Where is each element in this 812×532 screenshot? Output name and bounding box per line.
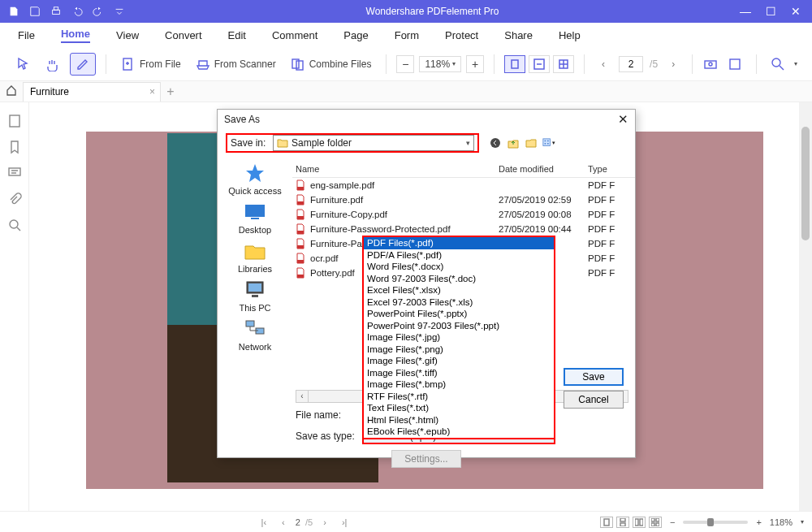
cancel-button[interactable]: Cancel (564, 391, 624, 409)
type-option[interactable]: Text Files(*.txt) (364, 402, 554, 414)
menu-file[interactable]: File (18, 29, 35, 41)
two-page-layout[interactable] (633, 517, 646, 528)
type-option[interactable]: Word 97-2003 Files(*.doc) (364, 273, 554, 285)
menu-view[interactable]: View (116, 29, 139, 41)
place-this-pc[interactable]: This PC (239, 279, 270, 313)
document-tab[interactable]: Furniture × (23, 82, 161, 102)
maximize-button[interactable]: ☐ (766, 6, 776, 17)
tab-home-icon[interactable] (0, 84, 23, 98)
place-network[interactable]: Network (239, 318, 271, 352)
last-page-button[interactable]: ›| (337, 517, 352, 527)
file-row[interactable]: Furniture-Password-Protected.pdf27/05/20… (292, 222, 635, 236)
menu-help[interactable]: Help (559, 29, 581, 41)
type-option[interactable]: Image Files(*.tiff) (364, 367, 554, 379)
menu-comment[interactable]: Comment (272, 29, 317, 41)
two-page-continuous[interactable] (649, 517, 662, 528)
actual-size-button[interactable] (553, 55, 574, 73)
attachments-icon[interactable] (7, 192, 22, 206)
bookmarks-icon[interactable] (7, 140, 22, 154)
next-page-button[interactable]: › (664, 58, 682, 70)
type-option[interactable]: Image Files(*.png) (364, 344, 554, 356)
nav-up-icon[interactable] (507, 136, 520, 149)
type-option[interactable]: RTF Files(*.rtf) (364, 391, 554, 403)
screenshot-icon[interactable] (702, 56, 719, 72)
from-scanner-button[interactable]: From Scanner (191, 54, 281, 75)
type-option[interactable]: Image Files(*.bmp) (364, 378, 554, 391)
redo-icon[interactable] (93, 6, 104, 17)
continuous-layout[interactable] (616, 517, 629, 528)
from-file-button[interactable]: From File (116, 54, 186, 75)
nav-new-folder-icon[interactable] (525, 136, 538, 149)
file-row[interactable]: Furniture-Copy.pdf27/05/2019 00:08PDF F (292, 207, 635, 222)
col-name[interactable]: Name (296, 164, 499, 174)
undo-icon[interactable] (71, 6, 83, 17)
single-page-layout[interactable] (600, 517, 613, 528)
type-option[interactable]: PowerPoint 97-2003 Files(*.ppt) (364, 320, 554, 332)
save-icon[interactable] (29, 6, 41, 17)
tab-close-icon[interactable]: × (149, 86, 155, 97)
edit-tool[interactable] (70, 53, 96, 76)
status-zoom-plus[interactable]: + (756, 517, 761, 527)
status-zoom-minus[interactable]: − (670, 517, 675, 527)
zoom-in-button[interactable]: + (466, 55, 484, 73)
status-zoom-dropdown-icon[interactable]: ▾ (801, 518, 804, 526)
file-row[interactable]: eng-sample.pdfPDF F (292, 178, 635, 192)
read-mode-icon[interactable] (727, 56, 743, 72)
type-option[interactable]: PDF/A Files(*.pdf) (364, 249, 554, 262)
scrollbar-thumb[interactable] (801, 127, 810, 240)
hscroll-left[interactable]: ‹ (296, 390, 309, 403)
type-option[interactable]: Word Files(*.docx) (364, 261, 554, 273)
type-option[interactable]: EBook Files(*.epub) (364, 426, 554, 438)
type-option[interactable]: PowerPoint Files(*.pptx) (364, 308, 554, 320)
zoom-value[interactable]: 118%▾ (419, 56, 461, 72)
file-row[interactable]: Furniture.pdf27/05/2019 02:59PDF F (292, 192, 635, 207)
type-option[interactable]: Image Files(*.jpg) (364, 331, 554, 344)
savein-combo[interactable]: Sample folder ▾ (273, 135, 474, 151)
settings-button[interactable]: Settings... (391, 450, 461, 468)
new-tab-button[interactable]: + (161, 84, 180, 99)
type-option[interactable]: Excel Files(*.xlsx) (364, 284, 554, 296)
thumbnails-icon[interactable] (7, 114, 22, 128)
nav-view-menu-icon[interactable]: ▾ (542, 136, 555, 149)
menu-protect[interactable]: Protect (445, 29, 478, 41)
select-tool[interactable] (11, 54, 36, 75)
col-date[interactable]: Date modified (499, 164, 588, 174)
zoom-out-button[interactable]: − (396, 55, 414, 73)
page-input[interactable] (619, 56, 643, 72)
qat-dropdown-icon[interactable] (114, 6, 125, 17)
menu-edit[interactable]: Edit (228, 29, 246, 41)
search-dropdown-icon[interactable]: ▾ (794, 60, 797, 67)
type-option[interactable]: Html Files(*.html) (364, 414, 554, 426)
place-desktop[interactable]: Desktop (239, 201, 271, 235)
menu-form[interactable]: Form (395, 29, 419, 41)
zoom-slider[interactable] (683, 521, 748, 524)
place-libraries[interactable]: Libraries (238, 240, 272, 274)
save-button[interactable]: Save (564, 368, 624, 386)
menu-home[interactable]: Home (61, 28, 90, 43)
menu-convert[interactable]: Convert (165, 29, 202, 41)
menu-page[interactable]: Page (343, 29, 368, 41)
search-panel-icon[interactable] (7, 218, 22, 232)
hand-tool[interactable] (41, 54, 65, 75)
comments-icon[interactable] (7, 166, 22, 180)
type-option[interactable]: Image Files(*.gif) (364, 355, 554, 367)
place-quick-access[interactable]: Quick access (228, 162, 281, 196)
dialog-close-icon[interactable]: ✕ (618, 112, 628, 127)
combine-files-button[interactable]: Combine Files (286, 54, 377, 75)
prev-page-button[interactable]: ‹ (594, 58, 612, 70)
print-icon[interactable] (50, 6, 62, 17)
type-option[interactable]: Excel 97-2003 Files(*.xls) (364, 296, 554, 309)
close-button[interactable]: ✕ (791, 6, 801, 17)
vertical-scrollbar[interactable] (799, 102, 812, 511)
col-type[interactable]: Type (588, 164, 635, 174)
next-page-button-status[interactable]: › (317, 517, 332, 527)
save-as-type-dropdown[interactable]: PDF Files(*.pdf)PDF/A Files(*.pdf)Word F… (362, 236, 555, 439)
fit-width-button[interactable] (529, 55, 550, 73)
minimize-button[interactable]: — (740, 6, 751, 17)
search-icon[interactable] (770, 56, 786, 72)
nav-back-icon[interactable] (489, 136, 502, 149)
prev-page-button-status[interactable]: ‹ (276, 517, 291, 527)
fit-page-button[interactable] (504, 55, 525, 73)
first-page-button[interactable]: |‹ (257, 517, 271, 527)
type-option[interactable]: PDF Files(*.pdf) (364, 237, 554, 249)
